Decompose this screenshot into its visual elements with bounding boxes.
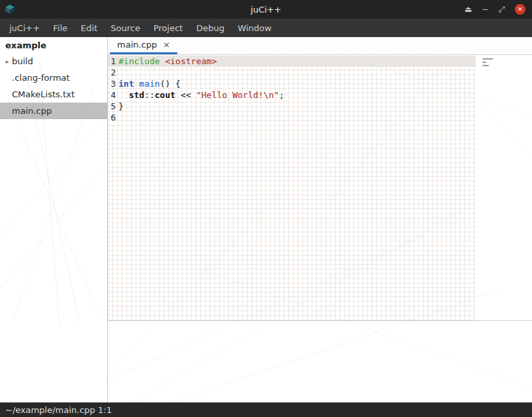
code-line-4: 4 std::cout << "Hello World!\n";: [108, 89, 476, 101]
line-number: 3: [108, 78, 116, 89]
file-label: main.cpp: [12, 106, 52, 116]
app-window: juCi++ ⏏−⤢✕ juCi++FileEditSourceProjectD…: [0, 0, 532, 417]
editor-area: 1#include <iostream>23int main() {4 std:…: [108, 55, 532, 320]
minimap-line: [482, 65, 489, 66]
menu-project[interactable]: Project: [147, 20, 189, 36]
line-number: 1: [108, 56, 116, 67]
editor-margin: [476, 55, 532, 320]
minimize-button[interactable]: −: [482, 5, 488, 13]
code-text: #include <iostream>: [118, 56, 217, 67]
code-text: int main() {: [118, 78, 181, 89]
sidebar-item-build[interactable]: ▸build: [0, 53, 107, 70]
close-button[interactable]: ✕: [515, 4, 525, 15]
line-number: 2: [108, 67, 116, 78]
tab-main-cpp[interactable]: main.cpp×: [110, 37, 177, 54]
code-line-3: 3int main() {: [108, 78, 476, 89]
minimap[interactable]: [482, 58, 497, 68]
file-label: .clang-format: [12, 73, 69, 83]
project-root-label: example: [0, 37, 107, 53]
code-editor[interactable]: 1#include <iostream>23int main() {4 std:…: [108, 55, 476, 320]
menu-file[interactable]: File: [46, 20, 74, 36]
code-line-6: 6: [108, 112, 476, 123]
code-text: std::cout << "Hello World!\n";: [118, 89, 284, 101]
code-line-1: 1#include <iostream>: [108, 56, 476, 67]
status-file-position: ~/example/main.cpp 1:1: [5, 405, 112, 415]
file-tree: ▸build.clang-formatCMakeLists.txtmain.cp…: [0, 53, 107, 119]
code-text: }: [118, 101, 124, 112]
tab-label: main.cpp: [117, 40, 157, 50]
tabbar: main.cpp×: [108, 37, 532, 55]
main-area: example ▸build.clang-formatCMakeLists.tx…: [0, 37, 532, 402]
window-title: juCi++: [251, 5, 281, 15]
file-label: build: [12, 56, 33, 66]
window-controls: ⏏−⤢✕: [465, 0, 525, 19]
sidebar-item-main-cpp[interactable]: main.cpp: [0, 103, 107, 119]
menu-source[interactable]: Source: [104, 20, 147, 36]
line-number: 4: [108, 89, 116, 101]
sidebar-item-clang-format[interactable]: .clang-format: [0, 70, 107, 86]
menu-edit[interactable]: Edit: [74, 20, 104, 36]
menu-debug[interactable]: Debug: [189, 20, 231, 36]
menubar: juCi++FileEditSourceProjectDebugWindow: [0, 19, 532, 37]
keep-above-button[interactable]: ⏏: [465, 5, 472, 13]
output-panel[interactable]: [108, 320, 532, 402]
line-number: 5: [108, 101, 116, 112]
file-label: CMakeLists.txt: [12, 89, 75, 99]
titlebar: juCi++ ⏏−⤢✕: [0, 0, 532, 19]
tab-close-icon[interactable]: ×: [163, 40, 170, 50]
minimap-line: [482, 62, 486, 63]
minimap-line: [482, 58, 493, 60]
line-number: 6: [108, 112, 116, 123]
app-icon: [4, 3, 16, 15]
maximize-button[interactable]: ⤢: [498, 5, 505, 13]
menu-window[interactable]: Window: [231, 20, 278, 36]
menu-juci[interactable]: juCi++: [3, 20, 46, 36]
file-tree-panel: example ▸build.clang-formatCMakeLists.tx…: [0, 37, 108, 402]
sidebar-item-cmakelists-txt[interactable]: CMakeLists.txt: [0, 86, 107, 103]
code-line-2: 2: [108, 67, 476, 78]
code-line-5: 5}: [108, 101, 476, 112]
statusbar: ~/example/main.cpp 1:1: [0, 402, 532, 417]
editor-column: main.cpp× 1#include <iostream>23int main…: [108, 37, 532, 402]
expander-icon[interactable]: ▸: [3, 58, 12, 65]
